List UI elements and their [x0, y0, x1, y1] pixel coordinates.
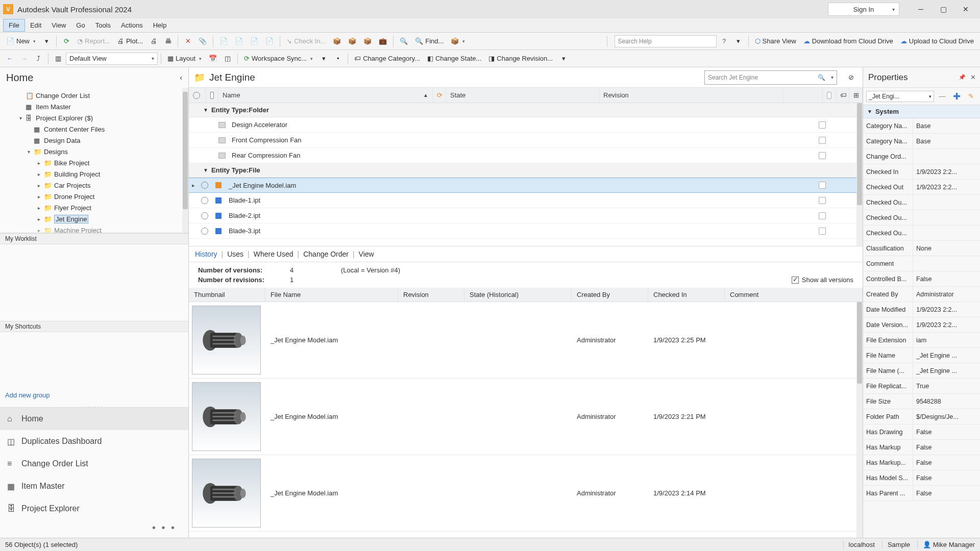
- workspace-sync-action[interactable]: •: [331, 52, 345, 65]
- sign-in-button[interactable]: Sign In: [828, 3, 899, 16]
- nav-more-button[interactable]: • • •: [0, 520, 188, 535]
- property-row[interactable]: Has DrawingFalse: [863, 424, 980, 440]
- panel-toggle-button[interactable]: ▥: [52, 52, 65, 65]
- props-system-header[interactable]: ▼System: [863, 105, 980, 118]
- props-minus-button[interactable]: —: [936, 90, 948, 103]
- property-row[interactable]: Has Markup...False: [863, 455, 980, 470]
- table-row[interactable]: Blade-1.ipt: [189, 193, 863, 208]
- up-button[interactable]: ⤴: [32, 52, 45, 65]
- checkin-button[interactable]: ↘Check In...: [283, 35, 329, 48]
- tree-item-item-master[interactable]: ▦Item Master: [10, 101, 188, 112]
- table-row[interactable]: Blade-3.ipt: [189, 223, 863, 239]
- print-button[interactable]: 🖨: [147, 35, 160, 48]
- hc-thumbnail[interactable]: Thumbnail: [189, 288, 265, 302]
- nav-project-explorer-button[interactable]: 🗄Project Explorer: [0, 497, 188, 520]
- delete-button[interactable]: ✕: [181, 35, 194, 48]
- table-row[interactable]: Front Compression Fan: [189, 133, 863, 148]
- nav-item-master-button[interactable]: ▦Item Master: [0, 475, 188, 497]
- maximize-button[interactable]: ▢: [932, 2, 954, 17]
- property-row[interactable]: Controlled B...False: [863, 271, 980, 287]
- property-row[interactable]: File Name_Jet Engine ...: [863, 348, 980, 363]
- close-button[interactable]: ✕: [954, 2, 977, 17]
- expand-icon[interactable]: ▸: [36, 183, 42, 188]
- col-revision[interactable]: Revision: [599, 88, 783, 103]
- collapse-icon[interactable]: ▾: [26, 149, 32, 155]
- row-checkbox[interactable]: [819, 152, 826, 159]
- download-cloud-button[interactable]: ☁Download from Cloud Drive: [800, 35, 896, 48]
- tree-item-jet-engine[interactable]: ▸📁Jet Engine: [10, 213, 188, 224]
- expand-icon[interactable]: ▸: [36, 216, 42, 222]
- tab-history[interactable]: History: [195, 250, 217, 258]
- property-row[interactable]: Comment: [863, 256, 980, 271]
- doc-action-1-button[interactable]: 📄: [216, 35, 231, 48]
- checkout-1-button[interactable]: 📦: [330, 35, 344, 48]
- hc-checked-in[interactable]: Checked In: [648, 288, 725, 302]
- table-row[interactable]: Blade-2.ipt: [189, 208, 863, 223]
- checkout-2-button[interactable]: 📦: [345, 35, 359, 48]
- collapse-icon[interactable]: ▾: [17, 115, 23, 121]
- filter-button[interactable]: ⊘: [844, 71, 857, 84]
- menu-file[interactable]: File: [3, 19, 25, 32]
- change-state-button[interactable]: ◧Change State...: [424, 52, 484, 65]
- help-button[interactable]: ?: [718, 35, 731, 48]
- menu-tools[interactable]: Tools: [90, 19, 116, 31]
- calendar-button[interactable]: 📅: [206, 52, 220, 65]
- tree-item-car[interactable]: ▸📁Car Projects: [10, 180, 188, 191]
- group-file[interactable]: ▼Entity Type:File: [189, 163, 863, 178]
- collapse-icon[interactable]: ▼: [203, 107, 208, 113]
- tag-col-icon[interactable]: 🏷: [840, 91, 847, 99]
- checkbox-col-icon[interactable]: [827, 92, 831, 99]
- history-row[interactable]: _Jet Engine Model.iamAdministrator1/9/20…: [189, 455, 863, 532]
- tree-item-content-center[interactable]: ▦Content Center Files: [10, 123, 188, 135]
- back-button[interactable]: ←: [3, 52, 16, 65]
- property-row[interactable]: File Replicat...True: [863, 379, 980, 394]
- collapse-icon[interactable]: ▼: [867, 109, 872, 114]
- hc-comment[interactable]: Comment: [725, 288, 863, 302]
- property-row[interactable]: Has Parent ...False: [863, 486, 980, 501]
- expand-icon[interactable]: ▸: [36, 160, 42, 166]
- tree-item-drone[interactable]: ▸📁Drone Project: [10, 191, 188, 202]
- row-checkbox[interactable]: [819, 228, 826, 235]
- tree-item-bike[interactable]: ▸📁Bike Project: [10, 157, 188, 168]
- checkout-4-button[interactable]: 💼: [376, 35, 390, 48]
- property-row[interactable]: File Extensioniam: [863, 333, 980, 348]
- view-select[interactable]: Default View: [66, 53, 158, 65]
- new-button[interactable]: 📄New: [3, 35, 39, 48]
- property-row[interactable]: ClassificationNone: [863, 241, 980, 256]
- expand-icon[interactable]: ▸: [36, 205, 42, 211]
- table-row[interactable]: Design Accelerator: [189, 117, 863, 133]
- save-button[interactable]: 🖶: [161, 35, 175, 48]
- share-view-button[interactable]: ⬡Share View: [752, 35, 799, 48]
- nav-change-order-button[interactable]: ≡Change Order List: [0, 453, 188, 475]
- worklist-header[interactable]: My Worklist: [0, 233, 188, 244]
- property-row[interactable]: Category Na...Base: [863, 134, 980, 149]
- properties-item-select[interactable]: _Jet Engi...: [866, 91, 934, 102]
- pin-icon[interactable]: 📌: [959, 74, 966, 81]
- workspace-sync-dropdown[interactable]: ▾: [317, 52, 330, 65]
- tab-uses[interactable]: Uses: [227, 250, 243, 258]
- tree-item-project-explorer[interactable]: ▾🗄Project Explorer ($): [10, 112, 188, 123]
- hc-filename[interactable]: File Name: [265, 288, 398, 302]
- doc-action-4-button[interactable]: 📄: [262, 35, 277, 48]
- history-scrollbar[interactable]: [856, 302, 863, 538]
- plot-button[interactable]: 🖨Plot...: [114, 35, 146, 48]
- property-row[interactable]: Date Version...1/9/2023 2:2...: [863, 317, 980, 333]
- search-help-input[interactable]: Search Help: [615, 35, 717, 47]
- menu-view[interactable]: View: [46, 19, 71, 31]
- expand-icon[interactable]: ▸: [36, 171, 42, 177]
- pack-button[interactable]: 📦: [448, 35, 468, 48]
- property-row[interactable]: Has Model S...False: [863, 470, 980, 486]
- misc-button[interactable]: ◫: [221, 52, 234, 65]
- shortcuts-header[interactable]: My Shortcuts: [0, 321, 188, 332]
- minimize-button[interactable]: ─: [910, 2, 932, 17]
- menu-actions[interactable]: Actions: [116, 19, 148, 31]
- props-add-button[interactable]: ✚: [950, 90, 963, 103]
- collapse-icon[interactable]: ▼: [203, 167, 208, 173]
- row-checkbox[interactable]: [819, 182, 826, 189]
- doc-action-2-button[interactable]: 📄: [232, 35, 246, 48]
- property-row[interactable]: Category Na...Base: [863, 118, 980, 134]
- checkout-3-button[interactable]: 📦: [360, 35, 375, 48]
- row-checkbox[interactable]: [819, 137, 826, 144]
- history-row[interactable]: _Jet Engine Model.iamAdministrator1/9/20…: [189, 302, 863, 379]
- report-button[interactable]: ◔Report...: [74, 35, 113, 48]
